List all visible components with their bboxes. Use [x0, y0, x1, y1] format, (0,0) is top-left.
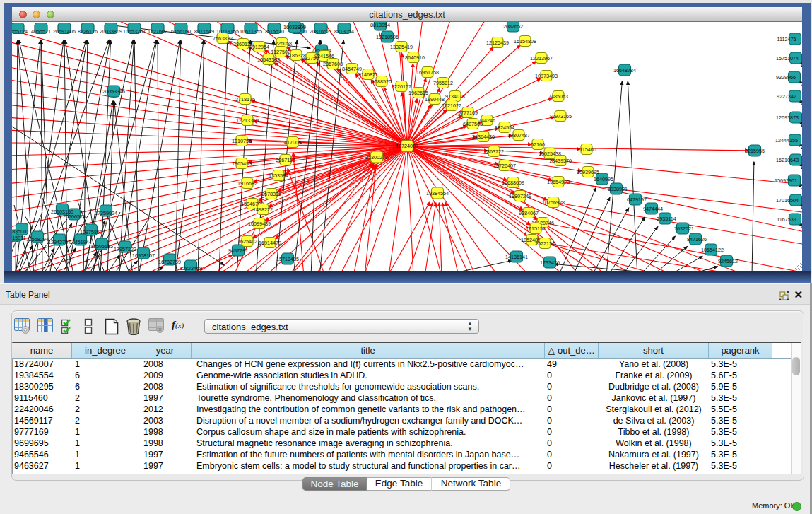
svg-text:1167533: 1167533 — [777, 216, 796, 223]
svg-text:9146821: 9146821 — [358, 71, 378, 78]
svg-text:1640995: 1640995 — [594, 176, 613, 182]
svg-text:7515520: 7515520 — [264, 28, 284, 35]
svg-text:9734078: 9734078 — [445, 93, 465, 100]
svg-text:3267110: 3267110 — [276, 157, 295, 163]
svg-text:10671355: 10671355 — [240, 28, 262, 35]
svg-text:7955812: 7955812 — [433, 80, 453, 86]
svg-text:16782759: 16782759 — [158, 259, 181, 265]
svg-text:16154808: 16154808 — [514, 38, 536, 45]
svg-text:10958107: 10958107 — [132, 252, 155, 259]
svg-text:1527602: 1527602 — [148, 28, 167, 35]
svg-text:12505135: 12505135 — [90, 243, 113, 250]
svg-text:15751074: 15751074 — [776, 55, 799, 62]
svg-text:16099489: 16099489 — [248, 221, 271, 227]
svg-text:17016504: 17016504 — [776, 197, 799, 204]
svg-text:1353594: 1353594 — [269, 173, 288, 179]
svg-text:8813054: 8813054 — [334, 28, 354, 35]
svg-text:2867608: 2867608 — [323, 61, 343, 67]
svg-text:2655724: 2655724 — [12, 28, 28, 35]
svg-text:1112475: 1112475 — [777, 36, 796, 42]
svg-text:2087652: 2087652 — [503, 23, 523, 30]
svg-text:1010755: 1010755 — [232, 138, 252, 144]
svg-text:7863722: 7863722 — [484, 148, 504, 155]
svg-text:7485063: 7485063 — [548, 93, 568, 100]
svg-text:10543362: 10543362 — [257, 57, 280, 63]
svg-text:6466160: 6466160 — [171, 28, 191, 35]
svg-text:17359924: 17359924 — [95, 210, 117, 216]
svg-text:1916682: 1916682 — [237, 180, 257, 187]
svg-text:9384067: 9384067 — [519, 210, 539, 216]
svg-text:13325419: 13325419 — [390, 44, 413, 50]
svg-text:9457791: 9457791 — [228, 247, 248, 254]
svg-text:12125439: 12125439 — [486, 40, 509, 46]
svg-text:9245612: 9245612 — [718, 258, 738, 264]
svg-text:4055571: 4055571 — [31, 28, 51, 35]
svg-text:8726176: 8726176 — [78, 28, 98, 35]
svg-text:21300273: 21300273 — [365, 154, 388, 160]
svg-text:9474444: 9474444 — [643, 206, 663, 212]
svg-text:8938921: 8938921 — [608, 186, 628, 192]
svg-text:8350011: 8350011 — [12, 228, 31, 235]
svg-text:20691406: 20691406 — [53, 28, 76, 35]
svg-text:3215955: 3215955 — [745, 148, 765, 154]
svg-text:62160: 62160 — [531, 141, 545, 148]
svg-text:10807487: 10807487 — [507, 132, 530, 139]
svg-text:14136141: 14136141 — [505, 254, 528, 260]
svg-text:12942757: 12942757 — [48, 239, 71, 245]
svg-text:12823468: 12823468 — [180, 265, 202, 271]
svg-text:12973165: 12973165 — [549, 113, 572, 119]
svg-text:16033809: 16033809 — [283, 24, 306, 30]
svg-text:10973493: 10973493 — [535, 73, 558, 79]
svg-text:3912954: 3912954 — [249, 44, 269, 50]
svg-text:12093873: 12093873 — [776, 115, 799, 121]
svg-text:10939695: 10939695 — [577, 169, 599, 175]
svg-text:16961758: 16961758 — [416, 69, 439, 76]
svg-text:19218506: 19218506 — [376, 34, 399, 40]
svg-text:1733426: 1733426 — [540, 259, 560, 266]
svg-text:1588520: 1588520 — [372, 78, 392, 85]
svg-text:12213369: 12213369 — [236, 117, 259, 124]
svg-text:18724007: 18724007 — [396, 143, 418, 149]
svg-text:11451944: 11451944 — [69, 239, 91, 245]
svg-text:1962615: 1962615 — [408, 90, 428, 96]
svg-text:8678332: 8678332 — [261, 191, 281, 197]
svg-text:2718176: 2718176 — [235, 96, 255, 103]
svg-text:5226058: 5226058 — [272, 40, 292, 47]
svg-text:1824554: 1824554 — [495, 124, 514, 131]
svg-text:21364436: 21364436 — [472, 134, 495, 140]
svg-text:26103150: 26103150 — [51, 209, 73, 215]
svg-text:16210643: 16210643 — [776, 157, 799, 163]
svg-text:10756928: 10756928 — [542, 199, 565, 206]
svg-text:17957223: 17957223 — [114, 246, 136, 252]
svg-text:9329966: 9329966 — [776, 74, 796, 81]
svg-text:2522134: 2522134 — [535, 240, 555, 247]
svg-text:9777169: 9777169 — [458, 110, 478, 116]
svg-text:1621022: 1621022 — [442, 103, 461, 109]
svg-text:16648784: 16648784 — [613, 67, 636, 74]
svg-text:7663822: 7663822 — [213, 35, 233, 42]
svg-text:12213967: 12213967 — [530, 55, 553, 62]
svg-text:1965493: 1965493 — [232, 160, 252, 167]
svg-text:1615152: 1615152 — [526, 226, 546, 232]
svg-text:20033809: 20033809 — [100, 28, 122, 35]
svg-text:10975857: 10975857 — [80, 229, 102, 235]
svg-text:19654923: 19654923 — [547, 179, 570, 185]
svg-text:9315911: 9315911 — [12, 235, 26, 241]
svg-text:18439576: 18439576 — [549, 158, 572, 164]
svg-text:11568294: 11568294 — [26, 236, 48, 243]
svg-text:19384554: 19384554 — [426, 190, 449, 197]
svg-text:15720407: 15720407 — [493, 163, 516, 169]
svg-text:20876521: 20876521 — [310, 28, 332, 35]
svg-text:18640910: 18640910 — [402, 54, 425, 61]
svg-text:15718485: 15718485 — [276, 256, 299, 262]
svg-text:8071649: 8071649 — [194, 28, 214, 35]
svg-text:16914479: 16914479 — [259, 240, 281, 246]
svg-text:20053346: 20053346 — [102, 88, 125, 95]
svg-text:6479197: 6479197 — [627, 197, 647, 203]
svg-text:3220157: 3220157 — [392, 83, 411, 90]
svg-text:8813054: 8813054 — [370, 22, 390, 28]
svg-text:10688609: 10688609 — [502, 180, 524, 186]
svg-text:10654122: 10654122 — [701, 247, 724, 253]
svg-text:12444155: 12444155 — [775, 137, 798, 144]
svg-text:7625402: 7625402 — [237, 238, 257, 245]
